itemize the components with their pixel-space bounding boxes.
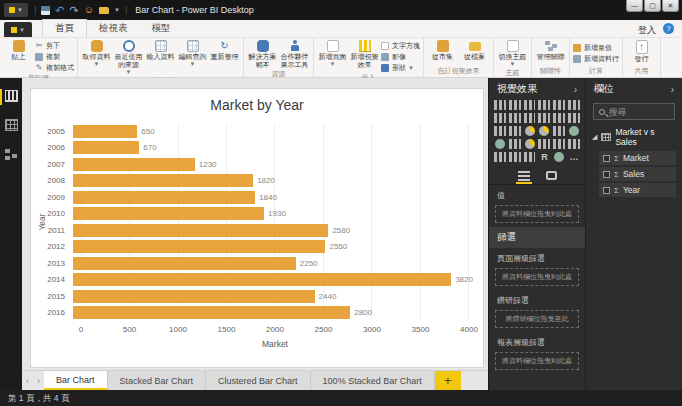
cut-button[interactable]: ✂剪下 [35,41,74,51]
report-view-button[interactable] [0,90,22,104]
prev-page-icon[interactable]: ‹ [22,371,33,390]
feedback-smiley-icon[interactable]: ☺ [84,5,94,15]
donut-chart-icon[interactable] [539,126,549,136]
clustered-bar-chart-icon[interactable] [524,100,536,110]
field-checkbox[interactable] [603,187,610,194]
solution-templates-button[interactable]: 解決方案範本 [247,39,278,69]
enter-data-button[interactable]: 輸入資料 [145,39,176,61]
fields-well-tab[interactable] [518,167,530,184]
bar[interactable] [73,257,296,270]
new-visual-button[interactable]: 新增視覺效果 [349,39,380,69]
slicer-icon[interactable] [494,152,506,162]
paste-button[interactable]: 貼上 [3,39,34,61]
switch-theme-button[interactable]: 切換主題▼ [497,39,528,68]
bar[interactable] [73,273,451,286]
field-row-market[interactable]: Σ Market [599,151,676,165]
area-chart-icon[interactable] [509,113,521,123]
field-search-box[interactable] [593,103,675,120]
page-tab-clustered-bar-chart[interactable]: Clustered Bar Chart [206,371,311,390]
publish-button[interactable]: ↑發行 [626,39,657,63]
recent-sources-button[interactable]: 最近使用的來源▼ [113,39,144,76]
field-checkbox[interactable] [603,155,610,162]
table-icon[interactable] [509,152,521,162]
r-script-visual-icon[interactable]: R [538,152,550,162]
partner-showcase-button[interactable]: 合作夥伴展示工具 [279,39,310,69]
arcgis-map-icon[interactable] [554,152,564,162]
collapse-panel-icon[interactable]: › [671,84,674,95]
bar[interactable] [73,224,328,237]
text-box-button[interactable]: 文字方塊 [381,41,420,51]
format-painter-button[interactable]: ✎複製格式 [35,63,74,73]
page-level-filters-drop-zone[interactable]: 將資料欄位拖曳到此處 [495,268,579,286]
edit-queries-button[interactable]: 編輯查詢▼ [177,39,208,68]
drillthrough-filters-drop-zone[interactable]: 將鑽研欄位拖曳至此 [495,310,579,328]
tab-view[interactable]: 檢視表 [87,19,140,37]
100-stacked-bar-chart-icon[interactable] [553,100,565,110]
stacked-column-chart-icon[interactable] [509,100,521,110]
image-button[interactable]: 影像 [381,52,420,62]
line-and-clustered-column-chart-icon[interactable] [553,113,565,123]
gauge-icon[interactable] [525,139,535,149]
tab-model[interactable]: 模型 [140,19,183,37]
page-tab-stacked-bar-chart[interactable]: Stacked Bar Chart [108,371,207,390]
folder-icon[interactable] [99,7,109,14]
multi-row-card-icon[interactable] [553,139,565,149]
bar-chart-visual[interactable]: Market by Year 2005650200667020071230200… [30,88,484,368]
scatter-chart-icon[interactable] [509,126,521,136]
pie-chart-icon[interactable] [525,126,535,136]
copy-button[interactable]: 複製 [35,52,74,62]
format-tab[interactable] [546,167,557,184]
stacked-bar-chart-icon[interactable] [494,100,506,110]
maximize-button[interactable]: ▢ [644,0,661,12]
bar[interactable] [73,125,137,138]
shapes-button[interactable]: 形狀 ▼ [381,63,420,73]
next-page-icon[interactable]: › [33,371,44,390]
line-chart-icon[interactable] [494,113,506,123]
values-drop-zone[interactable]: 將資料欄位拖曳到此處 [495,205,579,223]
kpi-icon[interactable] [568,139,580,149]
filled-map-icon[interactable] [495,139,505,149]
field-row-year[interactable]: Σ Year [599,183,676,197]
clustered-column-chart-icon[interactable] [538,100,550,110]
get-data-button[interactable]: 取得資料▼ [81,39,112,68]
bar[interactable] [73,290,315,303]
field-checkbox[interactable] [603,171,610,178]
bar[interactable] [73,207,264,220]
minimize-button[interactable]: — [626,0,643,12]
refresh-button[interactable]: ↻重新整理 [209,39,240,61]
bar[interactable] [73,141,139,154]
bar[interactable] [73,240,325,253]
data-view-button[interactable] [0,119,22,133]
qat-customize-icon[interactable]: ▼ [114,7,120,13]
table-node[interactable]: ◢ Market v s Sales [586,125,682,149]
close-button[interactable]: ✕ [662,0,679,12]
from-file-button[interactable]: 從檔案 [459,39,490,61]
bar[interactable] [73,174,253,187]
new-page-button[interactable]: 新增頁面▼ [317,39,348,68]
undo-icon[interactable]: ↶ [55,5,64,15]
manage-relationships-button[interactable]: 管理關聯 [535,39,566,61]
app-menu-button[interactable]: ▼ [4,3,28,17]
tab-home[interactable]: 首頁 [42,19,87,37]
new-column-button[interactable]: 新增資料行 [573,54,619,64]
collapse-panel-icon[interactable]: › [574,84,577,95]
report-level-filters-drop-zone[interactable]: 將資料欄位拖曳到此處 [495,352,579,370]
report-canvas[interactable]: Market by Year 2005650200667020071230200… [22,78,488,370]
bar[interactable] [73,158,195,171]
stacked-area-chart-icon[interactable] [524,113,536,123]
sign-in-link[interactable]: 登入 [638,24,656,37]
model-view-button[interactable] [0,148,22,162]
page-tab-100-stacked-bar-chart[interactable]: 100% Stacked Bar Chart [311,371,435,390]
help-icon[interactable]: ? [663,23,674,34]
100-stacked-column-chart-icon[interactable] [568,100,580,110]
map-icon[interactable] [569,126,579,136]
ribbon-chart-icon[interactable] [568,113,580,123]
bar[interactable] [73,306,350,319]
from-marketplace-button[interactable]: 從市集 [427,39,458,61]
new-measure-button[interactable]: 新增量值 [573,43,619,53]
matrix-icon[interactable] [524,152,536,162]
line-and-stacked-column-chart-icon[interactable] [538,113,550,123]
funnel-icon[interactable] [509,139,521,149]
more-options-icon[interactable]: … [568,152,580,162]
redo-icon[interactable]: ↷ [70,5,79,15]
